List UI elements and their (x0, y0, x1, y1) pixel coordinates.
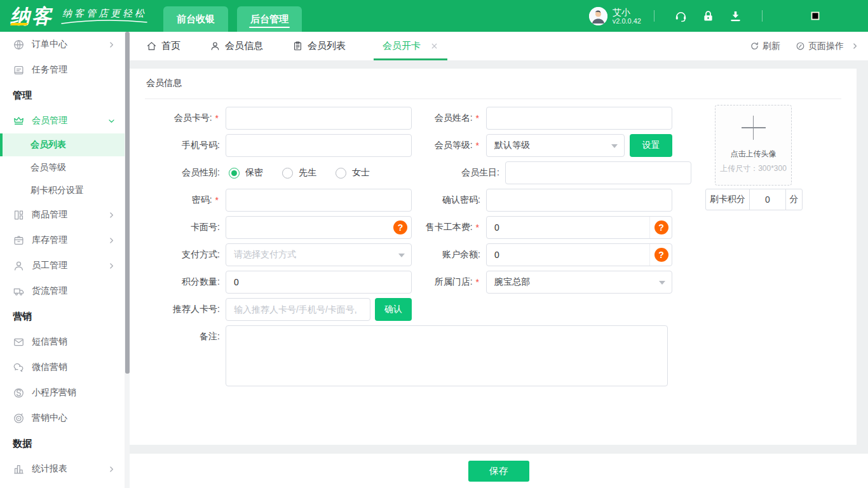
mode-switcher: 前台收银后台管理 (163, 6, 302, 32)
sidebar-item-stats-report[interactable]: 统计报表 (0, 456, 125, 482)
help-icon[interactable]: ? (654, 248, 668, 262)
nav-tab-admin[interactable]: 后台管理 (237, 6, 302, 32)
download-icon[interactable] (729, 10, 742, 23)
sidebar: 订单中心任务管理管理会员管理会员列表会员等级刷卡积分设置商品管理库存管理员工管理… (0, 32, 125, 488)
gender-option-female[interactable]: 女士 (336, 167, 370, 179)
refresh-button[interactable]: 刷新 (750, 41, 780, 52)
sidebar-scrollbar (125, 32, 130, 488)
goods-icon (13, 209, 25, 221)
staff-icon (13, 260, 25, 272)
page-operations-label: 页面操作 (808, 41, 844, 52)
avatar[interactable] (589, 7, 607, 25)
nav-tab-cashier[interactable]: 前台收银 (163, 6, 228, 32)
swipe-points-input[interactable] (749, 189, 786, 210)
tab-home[interactable]: 首页 (145, 32, 182, 60)
help-icon[interactable]: ? (654, 220, 668, 234)
sidebar-item-logistics-manage[interactable]: 货流管理 (0, 278, 125, 304)
page-operations-button[interactable]: 页面操作 (796, 41, 859, 52)
sidebar-item-member-level[interactable]: 会员等级 (0, 156, 125, 179)
sidebar-item-wechat-marketing[interactable]: 微信营销 (0, 355, 125, 380)
remark-textarea[interactable] (226, 325, 668, 386)
level-select[interactable]: 默认等级 (486, 134, 625, 157)
phone-input[interactable] (226, 134, 412, 157)
task-icon (13, 64, 25, 76)
divider (654, 10, 654, 22)
close-icon[interactable] (430, 42, 438, 50)
balance-input[interactable] (486, 243, 672, 266)
gender-option-male[interactable]: 先生 (282, 167, 316, 179)
swipe-points-group: 刷卡积分 分 (705, 189, 803, 210)
tab-label: 首页 (161, 40, 180, 52)
member-name-label: 会员姓名:* (412, 107, 482, 130)
minimize-button[interactable] (783, 10, 794, 22)
tab-member-list[interactable]: 会员列表 (291, 32, 347, 60)
referrer-input[interactable] (226, 298, 370, 321)
radio-icon (282, 168, 293, 179)
target-icon (13, 412, 25, 424)
card-fee-input[interactable] (486, 216, 672, 239)
avatar-upload-box[interactable]: 点击上传头像 上传尺寸：300*300 (715, 105, 792, 186)
tab-member-open-card[interactable]: 会员开卡 (374, 32, 447, 60)
store-select[interactable]: 腕宝总部 (486, 271, 672, 294)
level-set-button[interactable]: 设置 (630, 134, 672, 157)
member-icon (210, 41, 220, 51)
password-label: 密码:* (145, 189, 221, 212)
sidebar-item-miniprogram-marketing[interactable]: 小程序营销 (0, 380, 125, 405)
save-button[interactable]: 保存 (468, 461, 529, 482)
footer-bar: 保存 (130, 454, 868, 488)
chevron-right-icon (107, 465, 116, 473)
sidebar-item-goods-manage[interactable]: 商品管理 (0, 202, 125, 227)
birthday-input[interactable] (505, 161, 691, 184)
payment-label: 支付方式: (145, 243, 221, 266)
sidebar-item-marketing-center[interactable]: 营销中心 (0, 405, 125, 431)
sidebar-item-inventory-manage[interactable]: 库存管理 (0, 227, 125, 253)
sidebar-item-sms-marketing[interactable]: 短信营销 (0, 329, 125, 355)
refresh-icon (750, 41, 759, 51)
customer-service-icon[interactable] (674, 10, 688, 23)
referrer-confirm-button[interactable]: 确认 (375, 298, 412, 321)
sidebar-item-order-center[interactable]: 订单中心 (0, 32, 125, 57)
member-name-input[interactable] (486, 107, 672, 130)
sidebar-item-member-list[interactable]: 会员列表 (0, 133, 125, 156)
sidebar-item-label: 员工管理 (32, 260, 67, 271)
sidebar-item-task-manage[interactable]: 任务管理 (0, 57, 125, 83)
upload-size-hint: 上传尺寸：300*300 (720, 163, 787, 174)
sidebar-item-staff-manage[interactable]: 员工管理 (0, 253, 125, 278)
password-input[interactable] (226, 189, 412, 212)
sidebar-scrollbar-thumb[interactable] (125, 32, 130, 374)
sidebar-item-label: 库存管理 (32, 234, 67, 246)
chevron-right-icon (107, 262, 116, 270)
card-face-label: 卡面号: (145, 216, 221, 239)
chevron-right-icon (107, 236, 116, 245)
card-fee-field: ? (486, 216, 672, 239)
miniprogram-icon (13, 387, 25, 399)
lock-icon[interactable] (702, 10, 715, 23)
chevron-right-icon (107, 41, 116, 49)
sidebar-item-label: 任务管理 (32, 64, 67, 76)
referrer-label: 推荐人卡号: (145, 298, 221, 321)
card-face-input[interactable] (226, 216, 412, 239)
points-input[interactable] (226, 271, 412, 294)
home-icon (146, 41, 157, 51)
tab-member-info[interactable]: 会员信息 (208, 32, 264, 60)
points-label: 积分数量: (145, 271, 221, 294)
crown-icon (13, 115, 25, 127)
swipe-points-unit: 分 (785, 189, 803, 210)
chevron-right-icon (851, 42, 859, 50)
inventory-icon (13, 234, 25, 247)
tab-label: 会员信息 (225, 40, 263, 52)
close-button[interactable] (836, 10, 848, 22)
help-icon[interactable]: ? (393, 220, 407, 234)
sidebar-item-swipe-points-setting[interactable]: 刷卡积分设置 (0, 179, 125, 202)
divider (145, 98, 841, 99)
gender-option-secret[interactable]: 保密 (229, 167, 263, 179)
maximize-button[interactable] (810, 10, 821, 22)
payment-select[interactable]: 请选择支付方式 (226, 243, 412, 266)
balance-help-addon: ? (649, 244, 672, 266)
card-fee-label: 售卡工本费:* (412, 216, 482, 239)
topbar-right: 艾小 v2.0.0.42 (589, 7, 868, 25)
sidebar-item-member-manage[interactable]: 会员管理 (0, 108, 125, 133)
sidebar-section-data: 数据 (0, 431, 125, 456)
confirm-password-input[interactable] (486, 189, 672, 212)
card-no-input[interactable] (226, 107, 412, 130)
